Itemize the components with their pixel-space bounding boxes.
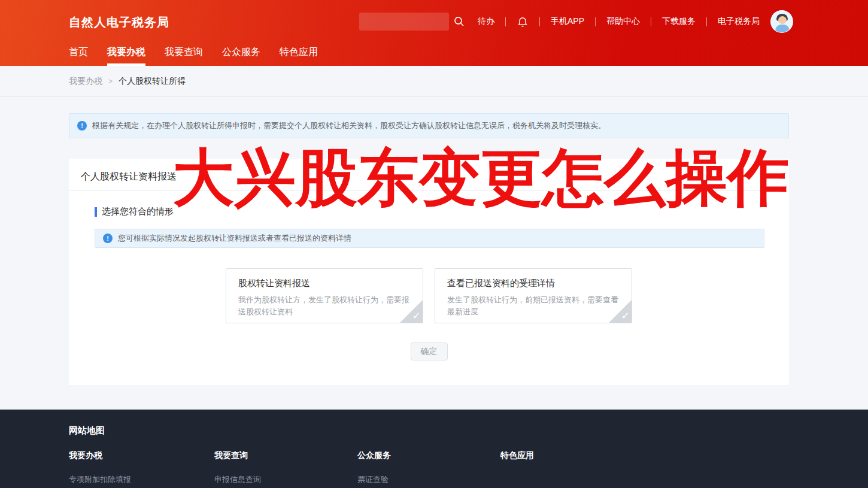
- user-avatar[interactable]: [770, 10, 793, 33]
- sitemap-link[interactable]: 申报信息查询: [214, 474, 357, 485]
- option-cards-row: 股权转让资料报送 我作为股权转让方，发生了股权转让行为，需要报送股权转让资料 ✓…: [69, 268, 789, 323]
- breadcrumb-arrow-icon: >: [108, 77, 113, 86]
- page-title: 个人股权转让资料报送: [81, 171, 177, 183]
- etax-bureau-link[interactable]: 电子税务局: [718, 16, 760, 27]
- sitemap-col-tax: 我要办税 专项附加扣除填报: [69, 450, 214, 485]
- section-header: 选择您符合的情形: [95, 206, 174, 217]
- option-card-desc: 我作为股权转让方，发生了股权转让行为，需要报送股权转让资料: [238, 294, 411, 318]
- page: 自然人电子税务局 待办 手机APP 帮助中心 下载服务: [0, 0, 868, 488]
- footer-sitemap: 网站地图 我要办税 专项附加扣除填报 我要查询 申报信息查询 公众服务 票证查验…: [0, 410, 868, 488]
- option-card-view-status[interactable]: 查看已报送资料的受理详情 发生了股权转让行为，前期已报送资料，需要查看最新进度 …: [435, 268, 632, 323]
- section-title: 选择您符合的情形: [102, 206, 174, 217]
- divider: [595, 17, 596, 26]
- notice-banner: ! 根据有关规定，在办理个人股权转让所得申报时，需要提交个人股权转让相关资料，股…: [69, 113, 789, 138]
- sitemap-col-header: 我要办税: [69, 450, 214, 461]
- info-icon: !: [103, 234, 113, 243]
- help-center-link[interactable]: 帮助中心: [606, 16, 640, 27]
- sitemap-link[interactable]: 专项附加扣除填报: [69, 474, 214, 485]
- nav-tax-active[interactable]: 我要办税: [107, 43, 145, 66]
- sitemap-columns: 我要办税 专项附加扣除填报 我要查询 申报信息查询 公众服务 票证查验 特色应用: [69, 450, 534, 485]
- notice-text: 根据有关规定，在办理个人股权转让所得申报时，需要提交个人股权转让相关资料，股权受…: [92, 120, 606, 131]
- download-service-link[interactable]: 下载服务: [662, 16, 696, 27]
- sitemap-col-header: 我要查询: [214, 450, 357, 461]
- header-toolbar: 待办 手机APP 帮助中心 下载服务 电子税务局: [359, 0, 793, 43]
- avatar-body: [775, 25, 790, 33]
- avatar-face: [778, 16, 787, 24]
- option-card-title: 查看已报送资料的受理详情: [447, 278, 620, 289]
- notification-bell-icon[interactable]: [517, 15, 529, 28]
- hint-text: 您可根据实际情况发起股权转让资料报送或者查看已报送的资料详情: [118, 233, 351, 244]
- breadcrumb-current: 个人股权转让所得: [119, 76, 186, 87]
- divider: [505, 17, 506, 26]
- option-card-submit[interactable]: 股权转让资料报送 我作为股权转让方，发生了股权转让行为，需要报送股权转让资料 ✓: [226, 268, 423, 323]
- checkmark-icon: ✓: [621, 310, 630, 322]
- checkmark-icon: ✓: [412, 310, 421, 322]
- main-panel: 个人股权转让资料报送 选择您符合的情形 ! 您可根据实际情况发起股权转让资料报送…: [69, 159, 789, 385]
- breadcrumb-parent[interactable]: 我要办税: [69, 76, 102, 87]
- search-icon[interactable]: [454, 16, 465, 27]
- nav-query[interactable]: 我要查询: [165, 43, 203, 66]
- sitemap-title: 网站地图: [69, 425, 105, 437]
- divider: [651, 17, 651, 26]
- hint-banner: ! 您可根据实际情况发起股权转让资料报送或者查看已报送的资料详情: [95, 229, 764, 248]
- divider: [69, 190, 789, 191]
- nav-public-service[interactable]: 公众服务: [222, 43, 260, 66]
- nav-special-app[interactable]: 特色应用: [280, 43, 318, 66]
- sitemap-link[interactable]: 票证查验: [357, 474, 500, 485]
- option-card-title: 股权转让资料报送: [238, 278, 411, 289]
- sitemap-col-header: 公众服务: [357, 450, 500, 461]
- main-nav: 首页 我要办税 我要查询 公众服务 特色应用: [69, 43, 337, 66]
- app-header: 自然人电子税务局 待办 手机APP 帮助中心 下载服务: [0, 0, 868, 66]
- sitemap-col-public: 公众服务 票证查验: [357, 450, 500, 485]
- section-accent-bar: [95, 207, 97, 217]
- breadcrumb: 我要办税 > 个人股权转让所得: [0, 66, 868, 97]
- todo-link[interactable]: 待办: [478, 16, 494, 27]
- info-icon: !: [77, 121, 87, 131]
- divider: [539, 17, 540, 26]
- mobile-app-link[interactable]: 手机APP: [551, 16, 584, 27]
- nav-home[interactable]: 首页: [69, 43, 88, 66]
- sitemap-col-query: 我要查询 申报信息查询: [214, 450, 357, 485]
- sitemap-col-header: 特色应用: [500, 450, 534, 461]
- app-logo: 自然人电子税务局: [69, 14, 169, 31]
- sitemap-col-special: 特色应用: [500, 450, 534, 485]
- confirm-button[interactable]: 确定: [411, 342, 448, 360]
- option-card-desc: 发生了股权转让行为，前期已报送资料，需要查看最新进度: [447, 294, 620, 318]
- divider: [706, 17, 707, 26]
- search-input[interactable]: [359, 13, 449, 31]
